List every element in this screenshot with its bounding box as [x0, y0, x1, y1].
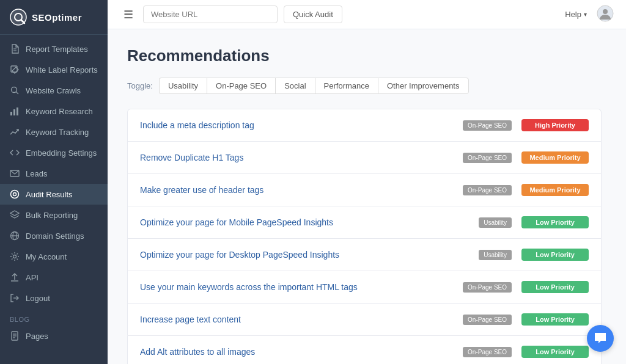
rec-tag: Usability [479, 250, 512, 260]
rec-tag: On-Page SEO [463, 347, 512, 357]
sidebar-label: Keyword Tracking [26, 128, 89, 137]
rec-tag: On-Page SEO [463, 315, 512, 325]
audit-icon [10, 189, 20, 199]
sidebar-item-website-crawls[interactable]: Website Crawls [0, 80, 108, 101]
rec-tag: On-Page SEO [463, 282, 512, 293]
filter-other[interactable]: Other Improvements [378, 78, 469, 94]
sidebar-item-logout[interactable]: Logout [0, 288, 108, 308]
sidebar-item-my-account[interactable]: My Account [0, 246, 108, 267]
toggle-bar: Toggle: Usability On-Page SEO Social Per… [127, 78, 602, 94]
sidebar-label: My Account [26, 252, 67, 261]
sidebar-item-report-templates[interactable]: Report Templates [0, 38, 108, 59]
sidebar-item-embedding-settings[interactable]: Embedding Settings [0, 142, 108, 163]
svg-rect-9 [13, 109, 15, 115]
rec-item: Make greater use of header tags On-Page … [127, 173, 602, 206]
rec-tag: On-Page SEO [463, 185, 512, 195]
settings-icon [10, 252, 20, 261]
sidebar-label: Logout [26, 294, 50, 303]
logo-icon [10, 9, 27, 26]
recommendations-list: Include a meta description tag On-Page S… [127, 109, 602, 364]
blog-section-label: Blog [0, 308, 108, 326]
sidebar: SEOptimer Report Templates White Label R… [0, 0, 108, 364]
rec-title[interactable]: Include a meta description tag [140, 120, 453, 130]
sidebar-item-api[interactable]: API [0, 267, 108, 288]
pages-icon [10, 331, 20, 341]
globe-icon [10, 231, 20, 241]
upload-icon [10, 272, 20, 282]
rec-item: Add Alt attributes to all images On-Page… [127, 335, 602, 364]
chat-fab[interactable] [587, 325, 614, 352]
sidebar-label: Pages [26, 332, 48, 341]
rec-title[interactable]: Optimize your page for Desktop PageSpeed… [140, 250, 469, 260]
rec-title[interactable]: Make greater use of header tags [140, 185, 453, 195]
trending-icon [10, 127, 20, 137]
sidebar-label: Domain Settings [26, 231, 84, 241]
rec-priority: Low Priority [521, 249, 589, 261]
svg-point-12 [11, 191, 19, 198]
logo[interactable]: SEOptimer [0, 0, 108, 35]
help-button[interactable]: Help ▾ [565, 10, 587, 19]
sidebar-item-bulk-reporting[interactable]: Bulk Reporting [0, 205, 108, 225]
svg-line-7 [17, 92, 19, 95]
rec-item: Optimize your page for Desktop PageSpeed… [127, 238, 602, 271]
svg-rect-8 [10, 112, 12, 115]
rec-priority: Low Priority [521, 313, 589, 326]
bar-chart-icon [10, 106, 20, 116]
rec-priority: Low Priority [521, 346, 589, 358]
user-avatar-button[interactable] [597, 5, 614, 24]
filter-onpage-seo[interactable]: On-Page SEO [207, 78, 275, 94]
sidebar-item-keyword-tracking[interactable]: Keyword Tracking [0, 122, 108, 142]
layers-icon [10, 210, 20, 220]
rec-title[interactable]: Optimize your page for Mobile PageSpeed … [140, 217, 469, 227]
sidebar-item-white-label-reports[interactable]: White Label Reports [0, 59, 108, 80]
sidebar-item-leads[interactable]: Leads [0, 163, 108, 184]
hamburger-button[interactable]: ☰ [120, 5, 137, 24]
rec-item: Optimize your page for Mobile PageSpeed … [127, 206, 602, 238]
sidebar-label: Keyword Research [26, 107, 93, 116]
rec-priority: Low Priority [521, 281, 589, 293]
filter-performance[interactable]: Performance [315, 78, 378, 94]
sidebar-label: White Label Reports [26, 65, 98, 75]
sidebar-label: Report Templates [26, 45, 88, 54]
sidebar-item-domain-settings[interactable]: Domain Settings [0, 225, 108, 246]
content-area: Recommendations Toggle: Usability On-Pag… [108, 29, 626, 364]
sidebar-label: API [26, 273, 39, 282]
url-input[interactable] [143, 5, 278, 23]
sidebar-label: Bulk Reporting [26, 211, 78, 220]
rec-priority: Medium Priority [521, 151, 589, 164]
nav-menu: Report Templates White Label Reports Web… [0, 35, 108, 364]
topbar: ☰ Quick Audit Help ▾ [108, 0, 626, 29]
rec-tag: Usability [479, 217, 512, 228]
filter-social[interactable]: Social [275, 78, 314, 94]
quick-audit-button[interactable]: Quick Audit [284, 5, 342, 23]
svg-point-13 [13, 193, 17, 196]
sidebar-item-audit-results[interactable]: Audit Results [0, 184, 108, 205]
rec-tag: On-Page SEO [463, 153, 512, 163]
sidebar-label: Leads [26, 169, 47, 178]
filter-usability[interactable]: Usability [159, 78, 207, 94]
svg-point-18 [13, 255, 17, 258]
user-icon [597, 5, 614, 22]
sidebar-item-keyword-research[interactable]: Keyword Research [0, 101, 108, 122]
sidebar-label: Website Crawls [26, 86, 81, 95]
rec-priority: Medium Priority [521, 184, 589, 196]
brand-name: SEOptimer [32, 12, 82, 23]
rec-priority: High Priority [521, 119, 589, 131]
rec-title[interactable]: Add Alt attributes to all images [140, 347, 453, 357]
mail-icon [10, 169, 20, 178]
toggle-label: Toggle: [127, 81, 153, 90]
page-title: Recommendations [127, 46, 602, 65]
rec-title[interactable]: Use your main keywords across the import… [140, 282, 453, 292]
main-area: ☰ Quick Audit Help ▾ Recommendations Tog… [108, 0, 626, 364]
topbar-right: Help ▾ [565, 5, 614, 24]
file-icon [10, 44, 20, 54]
logout-icon [10, 293, 20, 303]
svg-point-6 [12, 87, 17, 93]
rec-tag: On-Page SEO [463, 120, 512, 131]
rec-item: Use your main keywords across the import… [127, 271, 602, 303]
svg-rect-10 [17, 107, 18, 115]
sidebar-item-pages[interactable]: Pages [0, 326, 108, 346]
rec-title[interactable]: Increase page text content [140, 315, 453, 324]
crawl-icon [10, 86, 20, 95]
rec-title[interactable]: Remove Duplicate H1 Tags [140, 153, 453, 162]
